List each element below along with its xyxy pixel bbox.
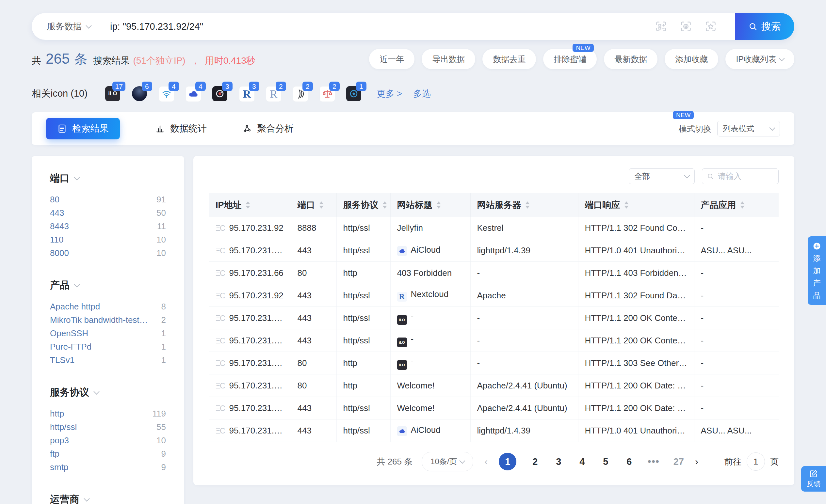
- goto-page-input[interactable]: 1: [747, 452, 765, 471]
- tab-data-statistics[interactable]: 数据统计: [155, 122, 207, 135]
- sidebar-section-title[interactable]: 端口: [50, 172, 166, 185]
- sort-icon[interactable]: [436, 201, 441, 208]
- sidebar-filter-link[interactable]: Pure-FTPd: [50, 342, 92, 352]
- prev-page-button[interactable]: ‹: [484, 456, 488, 467]
- ip-link[interactable]: 95.170.231.149: [229, 403, 288, 413]
- sidebar-filter-link[interactable]: http/ssl: [50, 422, 77, 432]
- sort-icon[interactable]: [624, 201, 629, 208]
- page-number[interactable]: 27: [673, 456, 684, 467]
- feedback-button[interactable]: 反馈: [801, 466, 826, 492]
- related-scale-icon[interactable]: 2: [319, 86, 335, 101]
- asset-detail-icon[interactable]: ΞC: [216, 246, 225, 255]
- asset-detail-icon[interactable]: ΞC: [216, 427, 225, 435]
- port-cell[interactable]: 8888: [291, 217, 337, 239]
- sidebar-filter-link[interactable]: 80: [50, 195, 59, 205]
- column-header[interactable]: 网站标题: [390, 193, 470, 217]
- asset-detail-icon[interactable]: ΞC: [216, 336, 225, 345]
- related-cloud-icon[interactable]: 4: [185, 86, 200, 101]
- port-cell[interactable]: 443: [291, 284, 337, 307]
- page-number[interactable]: 4: [577, 456, 587, 467]
- port-cell[interactable]: 443: [291, 239, 337, 262]
- related-r-light-icon[interactable]: R2: [266, 86, 281, 101]
- sidebar-filter-link[interactable]: http: [50, 409, 64, 419]
- related-r-serif-icon[interactable]: R3: [239, 86, 254, 101]
- page-number[interactable]: 2: [530, 456, 540, 467]
- page-number[interactable]: 6: [624, 456, 634, 467]
- page-number[interactable]: 5: [601, 456, 610, 467]
- page-number[interactable]: 1: [499, 453, 516, 470]
- action-button[interactable]: 数据去重: [482, 49, 536, 69]
- sidebar-section-title[interactable]: 服务协议: [50, 386, 166, 399]
- ip-link[interactable]: 95.170.231.159: [229, 335, 288, 345]
- port-cell[interactable]: 80: [291, 374, 337, 397]
- ip-link[interactable]: 95.170.231.92: [229, 223, 284, 233]
- asset-detail-icon[interactable]: ΞC: [216, 404, 225, 413]
- ip-link[interactable]: 95.170.231.239: [229, 246, 288, 255]
- column-header[interactable]: 端口响应: [578, 193, 694, 217]
- search-button[interactable]: 搜索: [735, 13, 794, 40]
- sidebar-filter-link[interactable]: 443: [50, 208, 64, 218]
- ip-link[interactable]: 95.170.231.92: [229, 291, 284, 300]
- related-ilo-icon[interactable]: iLO17: [105, 86, 120, 101]
- sidebar-section-title[interactable]: 运营商: [50, 493, 166, 504]
- asset-detail-icon[interactable]: ΞC: [216, 269, 225, 277]
- tab-aggregate-analysis[interactable]: 聚合分析: [242, 122, 294, 135]
- sidebar-filter-link[interactable]: 8000: [50, 248, 69, 258]
- sidebar-filter-link[interactable]: 110: [50, 235, 63, 245]
- sidebar-filter-link[interactable]: pop3: [50, 435, 69, 446]
- page-number[interactable]: 3: [553, 456, 564, 467]
- related-wifi-icon[interactable]: 4: [159, 86, 174, 101]
- column-header[interactable]: 网站服务器: [470, 193, 578, 217]
- port-cell[interactable]: 443: [291, 397, 337, 420]
- asset-detail-icon[interactable]: ΞC: [216, 314, 225, 322]
- related-sphere-icon[interactable]: 6: [132, 86, 147, 101]
- search-category-dropdown[interactable]: 服务数据: [32, 20, 100, 32]
- sidebar-filter-link[interactable]: Apache httpd: [50, 302, 100, 312]
- page-size-select[interactable]: 10条/页: [422, 452, 473, 471]
- tab-search-results[interactable]: 检索结果: [46, 118, 120, 139]
- sidebar-filter-link[interactable]: 8443: [50, 221, 69, 232]
- sidebar-filter-link[interactable]: MikroTik bandwidth-test server: [50, 315, 148, 325]
- port-cell[interactable]: 80: [291, 262, 337, 284]
- sidebar-filter-link[interactable]: ftp: [50, 449, 59, 459]
- column-header[interactable]: 产品应用: [694, 193, 779, 217]
- sidebar-filter-link[interactable]: TLSv1: [50, 355, 74, 365]
- sort-icon[interactable]: [525, 201, 530, 208]
- sort-icon[interactable]: [740, 201, 745, 208]
- port-cell[interactable]: 80: [291, 352, 337, 374]
- action-button[interactable]: 最新数据: [604, 49, 657, 69]
- search-input[interactable]: [100, 21, 655, 32]
- asset-detail-icon[interactable]: ΞC: [216, 224, 225, 233]
- table-search-input[interactable]: [717, 171, 764, 181]
- related-camera-lens-icon[interactable]: 3: [212, 86, 227, 101]
- asset-detail-icon[interactable]: ΞC: [216, 382, 225, 390]
- sort-icon[interactable]: [246, 201, 250, 208]
- related-swoosh-icon[interactable]: 2: [293, 86, 308, 101]
- action-button[interactable]: 近一年: [369, 49, 414, 69]
- mode-select[interactable]: 列表模式: [717, 121, 780, 136]
- ip-link[interactable]: 95.170.231.66: [229, 268, 284, 278]
- ip-link[interactable]: 95.170.231.159: [229, 358, 288, 368]
- column-header[interactable]: IP地址: [209, 193, 291, 217]
- next-page-button[interactable]: ›: [695, 456, 698, 467]
- face-scan-icon[interactable]: [680, 20, 692, 32]
- ip-link[interactable]: 95.170.231.149: [229, 381, 288, 390]
- more-link[interactable]: 更多 >: [377, 88, 402, 100]
- sidebar-filter-link[interactable]: OpenSSH: [50, 328, 88, 338]
- port-cell[interactable]: 443: [291, 329, 337, 352]
- add-product-button[interactable]: 添加产品: [808, 236, 826, 305]
- asset-detail-icon[interactable]: ΞC: [216, 292, 225, 300]
- action-button[interactable]: 添加收藏: [665, 49, 718, 69]
- ip-link[interactable]: 95.170.231.239: [229, 426, 288, 435]
- port-cell[interactable]: 443: [291, 307, 337, 329]
- ip-link[interactable]: 95.170.231.159: [229, 313, 288, 323]
- asset-detail-icon[interactable]: ΞC: [216, 359, 225, 368]
- grid-plus-scan-icon[interactable]: [655, 20, 667, 32]
- port-cell[interactable]: 443: [291, 420, 337, 442]
- column-header[interactable]: 端口: [291, 193, 337, 217]
- sort-icon[interactable]: [382, 201, 387, 208]
- column-header[interactable]: 服务协议: [337, 193, 390, 217]
- multi-select-link[interactable]: 多选: [413, 88, 431, 100]
- action-button[interactable]: 导出数据: [422, 49, 475, 69]
- sort-icon[interactable]: [319, 201, 324, 208]
